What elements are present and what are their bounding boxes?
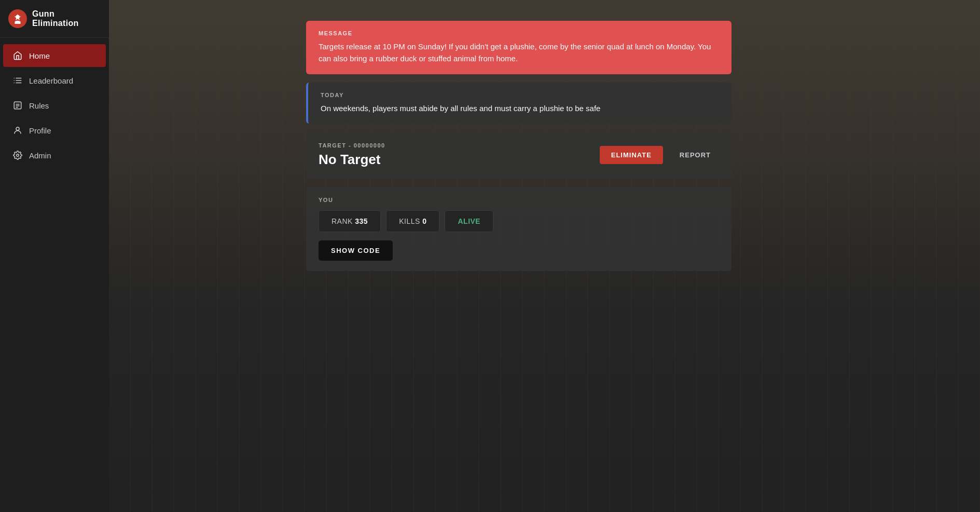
target-label: TARGET - 00000000 (319, 142, 600, 149)
admin-icon (12, 150, 23, 160)
status-stat: ALIVE (445, 210, 493, 232)
stats-row: RANK 335 KILLS 0 ALIVE (319, 210, 719, 232)
kills-value: 0 (422, 217, 426, 225)
rules-label: Rules (29, 101, 49, 110)
target-info: TARGET - 00000000 No Target (319, 142, 600, 168)
sidebar-item-admin[interactable]: Admin (3, 144, 106, 167)
kills-label: KILLS (399, 217, 420, 225)
rank-label: RANK (332, 217, 353, 225)
home-icon (12, 50, 23, 61)
kills-stat: KILLS 0 (386, 210, 439, 232)
sidebar-nav: Home Leaderboard (0, 38, 109, 173)
sidebar: Gunn Elimination Home (0, 0, 109, 512)
sidebar-item-rules[interactable]: Rules (3, 94, 106, 117)
profile-label: Profile (29, 126, 51, 135)
today-label: TODAY (321, 92, 719, 98)
leaderboard-label: Leaderboard (29, 76, 73, 85)
message-text: Targets release at 10 PM on Sunday! If y… (319, 41, 719, 65)
main-area: MESSAGE Targets release at 10 PM on Sund… (109, 0, 980, 512)
eliminate-button[interactable]: ELIMINATE (600, 146, 663, 164)
svg-point-11 (16, 127, 19, 130)
rules-icon (12, 100, 23, 111)
target-name: No Target (319, 152, 600, 168)
admin-label: Admin (29, 151, 51, 160)
app-title: Gunn Elimination (32, 9, 101, 28)
show-code-button[interactable]: SHOW CODE (319, 240, 393, 261)
report-button[interactable]: REPORT (671, 146, 719, 164)
target-actions: ELIMINATE REPORT (600, 146, 719, 164)
status-value: ALIVE (458, 217, 480, 225)
you-card: YOU RANK 335 KILLS 0 ALIVE SHOW CODE (306, 186, 731, 271)
message-label: MESSAGE (319, 30, 719, 36)
sidebar-item-leaderboard[interactable]: Leaderboard (3, 69, 106, 92)
content-area: MESSAGE Targets release at 10 PM on Sund… (109, 0, 731, 292)
message-card: MESSAGE Targets release at 10 PM on Sund… (306, 21, 731, 74)
rank-stat: RANK 335 (319, 210, 381, 232)
today-text: On weekends, players must abide by all r… (321, 102, 719, 114)
leaderboard-icon (12, 75, 23, 86)
app-logo (8, 9, 27, 28)
sidebar-item-profile[interactable]: Profile (3, 119, 106, 142)
today-card: TODAY On weekends, players must abide by… (306, 83, 731, 124)
sidebar-header: Gunn Elimination (0, 0, 109, 38)
profile-icon (12, 125, 23, 136)
rank-value: 335 (355, 217, 368, 225)
target-card: TARGET - 00000000 No Target ELIMINATE RE… (306, 132, 731, 178)
you-label: YOU (319, 197, 719, 203)
home-label: Home (29, 51, 50, 60)
target-header: TARGET - 00000000 No Target ELIMINATE RE… (319, 142, 719, 168)
sidebar-item-home[interactable]: Home (3, 44, 106, 67)
svg-point-12 (17, 154, 19, 157)
